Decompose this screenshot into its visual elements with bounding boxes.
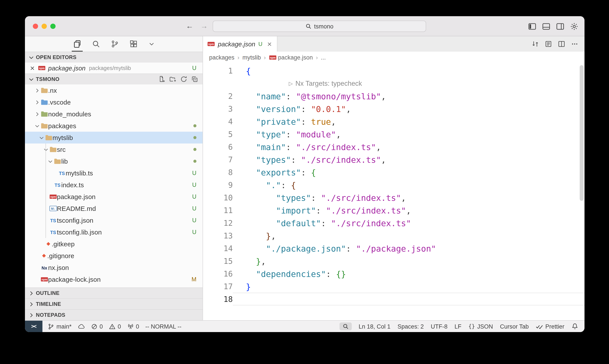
language-mode[interactable]: {}JSON xyxy=(468,323,493,330)
code-line-6[interactable]: 6 "main": "./src/index.ts", xyxy=(203,141,584,153)
tree-item-lib[interactable]: lib xyxy=(25,155,203,167)
extensions-icon[interactable] xyxy=(129,36,138,52)
encoding[interactable]: UTF-8 xyxy=(431,323,448,330)
toggle-secondary-sidebar-icon[interactable] xyxy=(556,22,564,30)
navigate-back-icon[interactable]: ← xyxy=(186,21,193,31)
breadcrumb-item[interactable]: npm package.json xyxy=(269,54,313,61)
code-lens-nx-targets[interactable]: ▷Nx Targets: typecheck xyxy=(289,77,362,90)
errors[interactable]: 0 xyxy=(91,323,103,330)
chevron-expanded-icon[interactable] xyxy=(34,123,41,129)
breadcrumb-item[interactable]: packages xyxy=(209,54,234,61)
navigate-forward-icon[interactable]: → xyxy=(200,21,208,31)
ports[interactable]: 0 xyxy=(127,323,139,330)
tree-item-tsconfig.json[interactable]: TStsconfig.jsonU xyxy=(25,214,203,226)
code-line-3[interactable]: 3 "version": "0.0.1", xyxy=(203,102,584,115)
vim-mode[interactable]: -- NORMAL -- xyxy=(145,323,181,330)
code-line-4[interactable]: 4 "private": true, xyxy=(203,115,584,128)
code-line-5[interactable]: 5 "type": "module", xyxy=(203,128,584,141)
tree-item-package.json[interactable]: npmpackage.jsonU xyxy=(25,191,203,203)
tree-item-tsconfig.lib.json[interactable]: TStsconfig.lib.jsonU xyxy=(25,226,203,238)
notepads-header[interactable]: NOTEPADS xyxy=(25,309,203,320)
branch-status[interactable]: main* xyxy=(48,323,72,330)
tree-item-package-lock.json[interactable]: npmpackage-lock.jsonM xyxy=(25,273,203,285)
tree-item-index.ts[interactable]: TSindex.tsU xyxy=(25,179,203,191)
collapse-all-icon[interactable] xyxy=(191,76,198,83)
svg-text:Nx: Nx xyxy=(41,266,48,270)
search-icon[interactable] xyxy=(92,36,100,52)
toggle-primary-sidebar-icon[interactable] xyxy=(528,22,536,30)
cursor-tab[interactable]: Cursor Tab xyxy=(500,323,529,330)
code-editor[interactable]: 1{▷Nx Targets: typecheck2 "name": "@tsmo… xyxy=(203,63,584,320)
code-line-9[interactable]: 9 ".": { xyxy=(203,179,584,191)
code-line-14[interactable]: 14 "./package.json": "./package.json" xyxy=(203,242,584,255)
zoom-window-button[interactable] xyxy=(50,24,56,29)
indentation[interactable]: Spaces: 2 xyxy=(398,323,424,330)
source-control-icon[interactable] xyxy=(110,36,119,52)
chevron-collapsed-icon[interactable] xyxy=(34,99,41,105)
code-line-8[interactable]: 8 "exports": { xyxy=(203,166,584,179)
warnings[interactable]: 0 xyxy=(109,323,121,330)
eol[interactable]: LF xyxy=(454,323,462,330)
cursor-position[interactable]: Ln 18, Col 1 xyxy=(359,323,391,330)
explorer-icon[interactable] xyxy=(73,36,81,52)
timeline-header[interactable]: TIMELINE xyxy=(25,298,203,309)
breadcrumb-item[interactable]: mytslib xyxy=(242,54,261,61)
close-tab-icon[interactable] xyxy=(266,41,272,47)
notifications[interactable] xyxy=(571,323,578,330)
compare-changes-icon[interactable] xyxy=(531,40,539,48)
open-editor-item[interactable]: npm package.json packages/mytslib U xyxy=(25,63,203,74)
tree-item-node_modules[interactable]: node_modules xyxy=(25,108,203,120)
tree-item-nx.json[interactable]: Nxnx.json xyxy=(25,262,203,273)
sync-status[interactable] xyxy=(78,323,85,330)
refresh-icon[interactable] xyxy=(180,76,187,83)
close-window-button[interactable] xyxy=(33,24,38,29)
editor-scrollbar[interactable] xyxy=(580,65,584,201)
breadcrumb-item[interactable]: ... xyxy=(321,54,326,61)
split-editor-icon[interactable] xyxy=(558,40,565,48)
tree-item-.gitignore[interactable]: .gitignore xyxy=(25,250,203,262)
tree-item-mytslib.ts[interactable]: TSmytslib.tsU xyxy=(25,167,203,179)
code-line-18[interactable]: 18 xyxy=(203,293,584,305)
tree-item-mytslib[interactable]: mytslib xyxy=(25,132,203,143)
toggle-panel-icon[interactable] xyxy=(542,22,550,30)
tree-item-README.md[interactable]: M↓README.mdU xyxy=(25,203,203,214)
more-actions-icon[interactable] xyxy=(571,40,578,48)
code-line-1[interactable]: 1{ xyxy=(203,64,584,77)
code-line-2[interactable]: 2 "name": "@tsmono/mytslib", xyxy=(203,90,584,102)
tree-item-.nx[interactable]: .nx xyxy=(25,84,203,96)
chevron-down-icon[interactable] xyxy=(148,36,155,52)
tree-item-src[interactable]: src xyxy=(25,143,203,155)
status-bar-right: Ln 18, Col 1Spaces: 2UTF-8LF{}JSONCursor… xyxy=(339,323,585,330)
chevron-expanded-icon[interactable] xyxy=(38,134,45,141)
code-line-11[interactable]: 11 "import": "./src/index.ts", xyxy=(203,204,584,217)
chevron-expanded-icon[interactable] xyxy=(47,158,54,164)
outline-header[interactable]: OUTLINE xyxy=(25,287,203,298)
chevron-expanded-icon[interactable] xyxy=(42,146,50,153)
npm-icon: npm xyxy=(38,65,46,71)
new-folder-icon[interactable] xyxy=(169,76,176,83)
code-line-12[interactable]: 12 "default": "./src/index.ts" xyxy=(203,217,584,229)
editor-search[interactable] xyxy=(339,323,352,330)
command-center-search[interactable]: tsmono xyxy=(213,21,426,32)
code-line-13[interactable]: 13 }, xyxy=(203,229,584,242)
tree-item-packages[interactable]: packages xyxy=(25,120,203,132)
tree-item-.vscode[interactable]: .vscode xyxy=(25,96,203,108)
code-line-15[interactable]: 15 }, xyxy=(203,255,584,267)
code-line-17[interactable]: 17} xyxy=(203,280,584,293)
project-header[interactable]: TSMONO xyxy=(25,74,203,84)
code-line-7[interactable]: 7 "types": "./src/index.ts", xyxy=(203,153,584,166)
code-line-10[interactable]: 10 "types": "./src/index.ts", xyxy=(203,191,584,204)
chevron-collapsed-icon[interactable] xyxy=(34,87,41,93)
tree-item-.gitkeep[interactable]: .gitkeep xyxy=(25,238,203,250)
settings-gear-icon[interactable] xyxy=(570,22,578,30)
open-preview-icon[interactable] xyxy=(545,40,552,48)
new-file-icon[interactable] xyxy=(158,76,165,83)
code-line-16[interactable]: 16 "dependencies": {} xyxy=(203,267,584,280)
remote-indicator[interactable]: >< xyxy=(25,321,42,332)
formatter[interactable]: Prettier xyxy=(536,323,564,330)
close-editor-icon[interactable] xyxy=(29,65,35,71)
chevron-collapsed-icon[interactable] xyxy=(34,111,41,117)
minimize-window-button[interactable] xyxy=(41,24,47,29)
tab-package-json[interactable]: npm package.json U xyxy=(203,36,277,52)
open-editors-header[interactable]: OPEN EDITORS xyxy=(25,52,203,63)
